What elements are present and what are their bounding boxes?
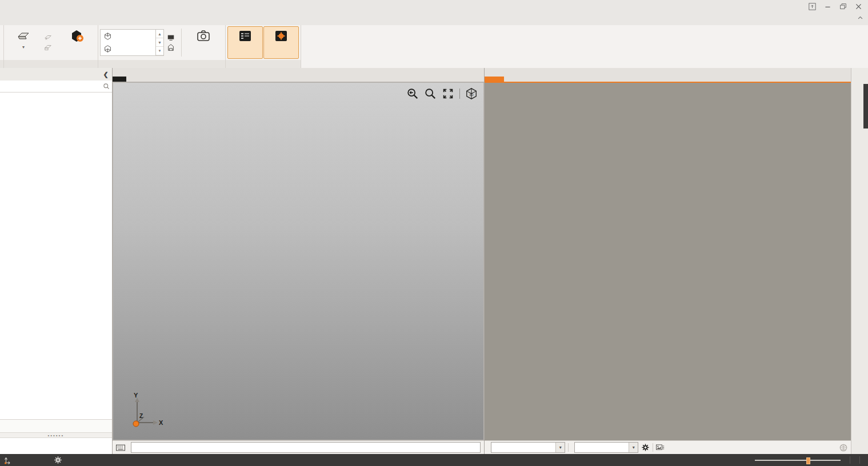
salva-vista-button[interactable] — [167, 43, 177, 51]
close-icon[interactable] — [855, 3, 862, 10]
coords-axis-icon — [3, 456, 11, 464]
globe-icon[interactable] — [839, 444, 847, 452]
salva-clip-button[interactable] — [44, 43, 54, 51]
save-view-icon — [167, 43, 175, 51]
survey-drawing — [113, 83, 485, 440]
view-tools: 3D — [406, 87, 478, 100]
title-bar — [0, 0, 868, 13]
graphics-area: 3D Y X Z — [113, 68, 485, 454]
group-label-viste-standard — [98, 60, 225, 68]
map-provider-select[interactable]: ▾ — [491, 442, 565, 453]
standard-views-list: ▲▼▾ — [100, 29, 164, 56]
cube-top-icon — [104, 33, 111, 40]
camera-icon — [196, 29, 211, 43]
command-input[interactable] — [131, 442, 481, 453]
tab-web-map[interactable] — [485, 77, 504, 82]
scale-slider[interactable] — [755, 460, 841, 461]
view-basso[interactable] — [101, 43, 155, 56]
group-label-layout — [226, 60, 301, 68]
zoom-window-icon[interactable] — [424, 87, 437, 100]
svg-text:3D: 3D — [470, 93, 474, 97]
project-search — [0, 81, 112, 93]
web-map-tab-bar — [485, 68, 851, 82]
properties-side-tab[interactable] — [851, 68, 868, 454]
map-settings-gear-icon[interactable] — [641, 443, 650, 452]
web-map-panel: ▾ ▾ — [485, 68, 851, 454]
group-label-vista — [0, 60, 3, 68]
svg-text:Y: Y — [134, 393, 138, 399]
clip-top-icon — [16, 29, 31, 43]
view-3d-cube-icon[interactable]: 3D — [465, 87, 478, 100]
ribbon-group-vista — [0, 25, 4, 68]
views-scroll[interactable]: ▲▼▾ — [155, 30, 163, 55]
ribbon-group-clip: ▾ — [4, 25, 98, 68]
ribbon-tab-bar — [0, 13, 868, 25]
zoom-extents-icon[interactable] — [442, 87, 454, 100]
properties-tab-indicator — [863, 84, 868, 128]
tree-toolbar — [0, 419, 112, 432]
collapse-panel-icon[interactable]: ❮ — [103, 71, 108, 78]
project-manager-panel: ❮ •••••• — [0, 68, 113, 454]
zoom-previous-icon[interactable] — [406, 87, 419, 100]
web-map-canvas[interactable] — [485, 82, 851, 440]
search-icon — [101, 83, 112, 90]
scale-slider-handle[interactable] — [806, 457, 810, 464]
svg-text:Z: Z — [139, 413, 143, 419]
status-bar — [0, 454, 868, 466]
window-controls — [809, 3, 868, 10]
ribbon-group-viste-standard: ▲▼▾ — [98, 25, 226, 68]
restore-icon[interactable] — [839, 3, 847, 10]
properties-gear-icon — [274, 29, 289, 43]
salva-icon — [44, 43, 52, 51]
project-manager-icon — [238, 29, 253, 43]
screenshot-button[interactable] — [183, 26, 223, 59]
ribbon: ▾ — [0, 25, 868, 69]
command-bar — [113, 440, 485, 454]
project-manager-toggle-button[interactable] — [227, 26, 263, 59]
project-manager-header: ❮ — [0, 68, 112, 81]
svg-text:X: X — [159, 419, 163, 426]
ribbon-collapse-icon[interactable] — [857, 15, 863, 21]
ribbon-display-icon[interactable] — [809, 3, 816, 10]
annulla-icon — [44, 34, 52, 42]
status-settings-gear-icon[interactable] — [54, 456, 62, 464]
ucs-axis-icon: Y X Z — [129, 393, 169, 429]
cube-bottom-icon — [104, 45, 111, 53]
map-export-image-icon[interactable] — [656, 444, 665, 451]
panel-splitter-handle[interactable]: •••••• — [0, 432, 112, 438]
ribbon-group-layout — [226, 25, 301, 68]
vista-frontale-button[interactable] — [167, 34, 177, 42]
wms-server-select[interactable]: ▾ — [574, 442, 638, 453]
graphics-canvas[interactable]: 3D Y X Z — [113, 82, 485, 440]
tab-vista-grafica[interactable] — [113, 77, 126, 82]
graphics-tab-bar — [113, 68, 485, 82]
annulla-clip-button[interactable] — [44, 34, 54, 42]
front-view-icon — [167, 34, 175, 42]
view-alto[interactable] — [101, 30, 155, 43]
web-map-toolbar: ▾ ▾ — [485, 440, 851, 454]
minimize-icon[interactable] — [824, 3, 831, 10]
superiore-button[interactable]: ▾ — [6, 26, 41, 59]
proprieta-button[interactable] — [263, 26, 299, 59]
keyboard-icon — [116, 444, 125, 451]
clipbox-estensione-button[interactable] — [57, 26, 96, 59]
search-input[interactable] — [0, 81, 101, 91]
clipbox-add-icon — [69, 29, 84, 43]
group-label-clip — [4, 60, 98, 68]
